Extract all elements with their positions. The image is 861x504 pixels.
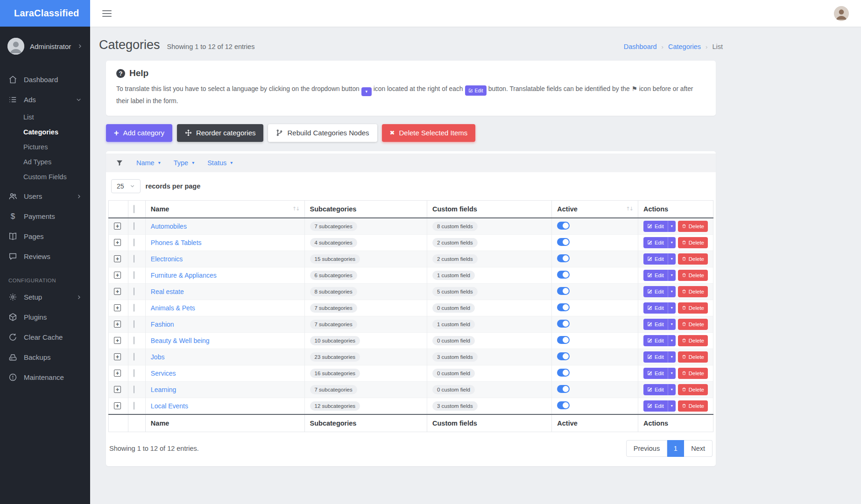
breadcrumb-dashboard[interactable]: Dashboard [624,43,657,50]
category-name-link[interactable]: Beauty & Well being [151,337,210,344]
sidebar-subitem-pictures[interactable]: Pictures [0,140,90,154]
expand-row-icon[interactable]: + [114,337,121,344]
sidebar-item-clear-cache[interactable]: Clear Cache [0,327,90,347]
reorder-categories-button[interactable]: Reorder categories [177,124,264,142]
sidebar-item-maintenance[interactable]: Maintenance [0,367,90,387]
sidebar-subitem-categories[interactable]: Categories [0,125,90,140]
expand-row-icon[interactable]: + [114,402,121,409]
edit-button[interactable]: Edit ▾ [643,319,676,330]
edit-dropdown-caret[interactable]: ▾ [668,302,676,314]
edit-dropdown-caret[interactable]: ▾ [668,221,676,232]
row-checkbox[interactable] [134,287,134,295]
row-checkbox[interactable] [134,336,134,344]
sidebar-item-pages[interactable]: Pages [0,226,90,246]
delete-button[interactable]: Delete [678,270,708,281]
edit-button[interactable]: Edit ▾ [643,368,676,379]
active-toggle[interactable] [557,222,570,230]
sidebar-subitem-list[interactable]: List [0,110,90,125]
row-checkbox[interactable] [134,385,134,393]
active-toggle[interactable] [557,336,570,344]
filter-name[interactable]: Name▾ [136,159,161,167]
delete-button[interactable]: Delete [678,384,708,395]
category-name-link[interactable]: Learning [151,386,176,393]
active-toggle[interactable] [557,385,570,393]
edit-button[interactable]: Edit ▾ [643,302,676,314]
edit-dropdown-caret[interactable]: ▾ [668,368,676,379]
pagination-page-1[interactable]: 1 [667,440,684,457]
category-name-link[interactable]: Services [151,370,176,377]
row-checkbox[interactable] [134,353,134,361]
active-toggle[interactable] [557,303,570,311]
expand-row-icon[interactable]: + [114,321,121,328]
records-per-page-select[interactable]: 25 [111,179,141,193]
sidebar-item-dashboard[interactable]: Dashboard [0,70,90,90]
expand-row-icon[interactable]: + [114,370,121,377]
edit-dropdown-caret[interactable]: ▾ [668,237,676,248]
sidebar-item-reviews[interactable]: Reviews [0,246,90,266]
category-name-link[interactable]: Jobs [151,353,165,361]
edit-button[interactable]: Edit ▾ [643,351,676,363]
category-name-link[interactable]: Phones & Tablets [151,239,202,246]
category-name-link[interactable]: Fashion [151,321,174,328]
row-checkbox[interactable] [134,304,134,312]
edit-dropdown-caret[interactable]: ▾ [668,270,676,281]
delete-button[interactable]: Delete [678,319,708,330]
delete-button[interactable]: Delete [678,368,708,379]
category-name-link[interactable]: Real estate [151,288,184,295]
expand-row-icon[interactable]: + [114,272,121,279]
row-checkbox[interactable] [134,402,134,410]
category-name-link[interactable]: Local Events [151,402,188,410]
row-checkbox[interactable] [134,369,134,377]
edit-button[interactable]: Edit ▾ [643,237,676,248]
sidebar-subitem-ad-types[interactable]: Ad Types [0,154,90,169]
delete-button[interactable]: Delete [678,237,708,248]
add-category-button[interactable]: + Add category [106,124,172,142]
edit-button[interactable]: Edit ▾ [643,221,676,232]
breadcrumb-categories[interactable]: Categories [668,43,701,50]
delete-selected-button[interactable]: ✖ Delete Selected Items [382,124,476,142]
edit-button[interactable]: Edit ▾ [643,335,676,346]
delete-button[interactable]: Delete [678,286,708,297]
account-avatar[interactable] [834,6,849,21]
name-column-header[interactable]: Name↑↓ [145,200,304,218]
delete-button[interactable]: Delete [678,302,708,314]
delete-button[interactable]: Delete [678,221,708,232]
sidebar-item-setup[interactable]: Setup [0,287,90,307]
expand-row-icon[interactable]: + [114,353,121,360]
edit-button[interactable]: Edit ▾ [643,286,676,297]
expand-row-icon[interactable]: + [114,386,121,393]
pagination-previous[interactable]: Previous [626,440,667,457]
category-name-link[interactable]: Animals & Pets [151,304,195,312]
sidebar-item-backups[interactable]: Backups [0,347,90,367]
active-toggle[interactable] [557,254,570,262]
expand-row-icon[interactable]: + [114,304,121,311]
sidebar-item-payments[interactable]: $Payments [0,206,90,226]
row-checkbox[interactable] [134,255,134,263]
edit-button[interactable]: Edit ▾ [643,384,676,395]
edit-dropdown-caret[interactable]: ▾ [668,253,676,265]
active-toggle[interactable] [557,271,570,279]
edit-dropdown-caret[interactable]: ▾ [668,351,676,363]
filter-status[interactable]: Status▾ [207,159,233,167]
category-name-link[interactable]: Electronics [151,255,183,263]
edit-dropdown-caret[interactable]: ▾ [668,335,676,346]
edit-dropdown-caret[interactable]: ▾ [668,400,676,412]
row-checkbox[interactable] [134,320,134,328]
category-name-link[interactable]: Furniture & Appliances [151,272,217,279]
hamburger-menu-icon[interactable] [102,10,112,17]
row-checkbox[interactable] [134,222,134,230]
delete-button[interactable]: Delete [678,253,708,265]
delete-button[interactable]: Delete [678,351,708,363]
row-checkbox[interactable] [134,238,134,246]
filter-type[interactable]: Type▾ [174,159,194,167]
expand-row-icon[interactable]: + [114,223,121,230]
pagination-next[interactable]: Next [684,440,713,457]
sidebar-user-menu[interactable]: Administrator [0,27,90,62]
sidebar-subitem-custom-fields[interactable]: Custom Fields [0,169,90,184]
edit-button[interactable]: Edit ▾ [643,253,676,265]
delete-button[interactable]: Delete [678,400,708,412]
rebuild-categories-button[interactable]: Rebuild Categories Nodes [268,124,377,142]
active-toggle[interactable] [557,369,570,377]
sidebar-item-ads[interactable]: Ads [0,90,90,110]
active-toggle[interactable] [557,401,570,409]
